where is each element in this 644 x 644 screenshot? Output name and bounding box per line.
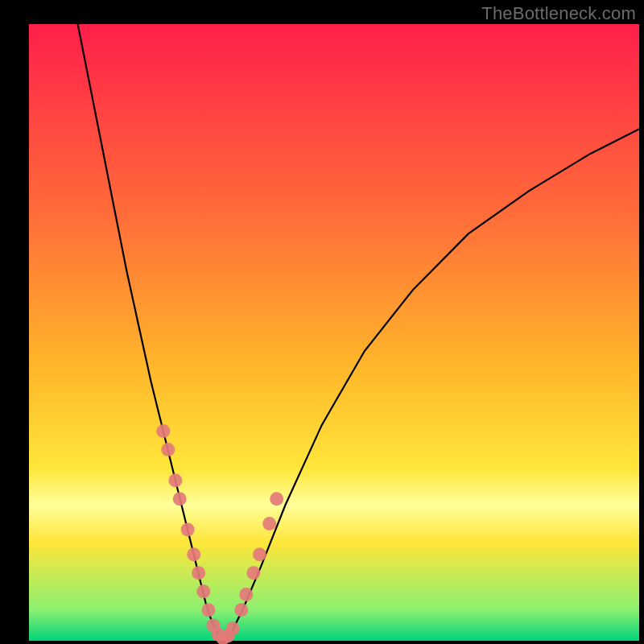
curve-marker — [262, 517, 276, 530]
curve-marker — [156, 424, 170, 438]
curve-marker — [234, 603, 248, 617]
curve-marker — [246, 566, 260, 580]
curve-marker — [270, 492, 283, 506]
watermark-text: TheBottleneck.com — [481, 3, 636, 24]
chart-svg — [0, 0, 644, 644]
bottleneck-curve — [78, 24, 639, 641]
curve-marker — [173, 492, 187, 506]
curve-marker — [181, 523, 195, 537]
curve-marker — [187, 547, 200, 561]
chart-frame: TheBottleneck.com — [0, 0, 644, 644]
curve-marker — [226, 621, 240, 635]
curve-marker — [192, 566, 205, 580]
curve-marker — [253, 547, 266, 561]
curve-marker — [196, 584, 210, 598]
curve-marker — [168, 473, 182, 487]
curve-marker — [239, 588, 253, 601]
curve-marker — [201, 603, 215, 617]
curve-marker — [161, 443, 175, 456]
